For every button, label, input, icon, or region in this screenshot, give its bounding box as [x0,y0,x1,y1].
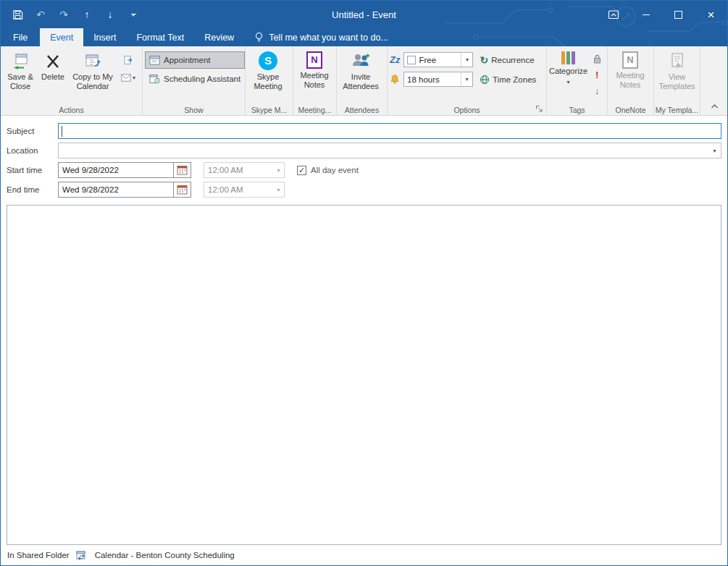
start-date-wrap [58,162,191,178]
message-options-button[interactable]: ▾ [119,70,138,85]
previous-item-icon: ↑ [85,9,90,20]
tab-insert[interactable]: Insert [83,28,126,46]
ribbon-display-options-button[interactable] [597,1,629,28]
redo-button[interactable]: ↷ [57,6,70,23]
group-label-tags: Tags [547,106,607,114]
recurrence-button[interactable]: ↻ Recurrence [477,52,537,68]
show-as-icon: Zz [390,54,400,65]
next-item-icon: ↓ [108,9,113,20]
location-input[interactable] [59,143,708,158]
group-label-show: Show [143,106,245,114]
end-time-combo[interactable]: 12:00 AM ▾ [204,182,285,198]
ribbon-group-attendees: Invite Attendees Attendees [337,46,388,115]
tab-event[interactable]: Event [40,28,83,46]
dropdown-icon: ▾ [273,182,284,197]
lightbulb-icon [254,32,264,43]
minimize-icon [643,14,650,15]
calendar-picker-icon [177,185,188,195]
copy-to-my-calendar-button[interactable]: Copy to My Calendar [68,48,117,101]
appointment-toggle[interactable]: Appointment [145,51,245,69]
private-button[interactable] [589,51,605,66]
end-date-picker-button[interactable] [174,182,191,198]
close-icon: × [708,9,715,21]
onenote-meeting-notes-button[interactable]: N Meeting Notes [610,48,650,101]
next-item-button[interactable]: ↓ [104,6,117,23]
forward-icon [123,55,133,65]
dropdown-icon[interactable]: ▾ [461,72,472,86]
all-day-checkbox[interactable]: ✓ [297,166,306,175]
meeting-notes-button[interactable]: N Meeting Notes [296,48,333,101]
location-field-wrap: ▾ [58,143,721,159]
location-dropdown-icon[interactable]: ▾ [708,143,721,158]
group-label-onenote: OneNote [608,106,653,114]
location-row: Location ▾ [7,143,721,159]
low-importance-button[interactable]: ↓ [589,83,605,98]
collapse-ribbon-button[interactable] [708,101,720,111]
end-time-value: 12:00 AM [208,185,243,194]
previous-item-button[interactable]: ↑ [80,6,93,23]
customize-qat-button[interactable]: ▾ [127,6,140,23]
copy-to-calendar-icon [83,51,102,70]
high-importance-button[interactable]: ! [589,67,605,82]
start-time-label: Start time [7,166,58,174]
invite-attendees-button[interactable]: Invite Attendees [339,48,382,101]
actions-small-buttons: ▾ [119,48,138,85]
appointment-icon [149,55,160,65]
scheduling-assistant-button[interactable]: Scheduling Assistant [145,70,245,88]
group-label-skype: Skype M... [246,106,293,114]
start-time-row: Start time 12:00 AM ▾ ✓ All day event [7,162,721,178]
dropdown-icon[interactable]: ▾ [461,53,472,67]
dropdown-icon: ▾ [133,75,135,81]
save-button[interactable] [11,6,24,23]
maximize-button[interactable] [662,1,695,28]
time-zones-button[interactable]: Time Zones [477,72,539,88]
tab-file[interactable]: File [1,28,40,46]
redo-icon: ↷ [59,9,68,20]
group-label-my-templates: My Templa... [654,106,700,114]
folder-name: Calendar - Benton County Scheduling [95,551,235,559]
tab-review[interactable]: Review [194,28,244,46]
ribbon-tabs: File Event Insert Format Text Review Tel… [1,28,727,46]
view-templates-icon [669,51,685,70]
start-date-input[interactable] [58,162,174,178]
end-time-label: End time [7,185,58,194]
scheduling-assistant-icon [149,74,160,84]
delete-button[interactable]: Delete [38,48,68,101]
close-button[interactable]: × [695,1,727,28]
reminder-bell-icon [390,74,400,85]
window-chrome: ↶ ↷ ↑ ↓ ▾ Untitled - Event × [1,1,727,46]
quick-access-toolbar: ↶ ↷ ↑ ↓ ▾ [1,6,140,23]
end-date-input[interactable] [58,182,174,198]
invite-attendees-icon [351,51,371,70]
lock-icon [593,54,601,64]
ribbon: Save & Close Delete Copy to My Calendar [1,46,727,116]
all-day-label[interactable]: All day event [311,166,359,174]
group-label-meeting: Meeting... [293,106,336,114]
location-label: Location [7,146,58,155]
subject-input[interactable] [59,124,721,138]
maximize-icon [674,11,682,19]
reminder-combo[interactable]: 18 hours ▾ [403,72,473,87]
shared-folder-status: In Shared Folder [7,551,70,559]
start-time-combo[interactable]: 12:00 AM ▾ [204,162,285,178]
body-editor[interactable] [7,205,721,545]
categorize-button[interactable]: Categorize ▾ [549,48,587,101]
reminder-value: 18 hours [407,75,440,84]
ribbon-group-onenote: N Meeting Notes OneNote [608,46,654,115]
customize-qat-icon: ▾ [131,14,136,15]
event-form: Subject Location ▾ Start time [1,116,727,201]
dropdown-icon: ▾ [273,163,284,177]
free-status-swatch [407,56,416,64]
minimize-button[interactable] [629,1,662,28]
forward-button[interactable] [119,52,138,67]
tab-format-text[interactable]: Format Text [126,28,194,46]
view-templates-button[interactable]: View Templates [656,48,698,101]
save-and-close-button[interactable]: Save & Close [3,48,38,101]
start-date-picker-button[interactable] [174,162,191,178]
show-as-combo[interactable]: Free ▾ [403,52,473,67]
skype-meeting-button[interactable]: S Skype Meeting [248,48,288,101]
tell-me-box[interactable]: Tell me what you want to do... [254,28,388,46]
ribbon-group-my-templates: View Templates My Templa... [654,46,700,115]
undo-button[interactable]: ↶ [34,6,47,23]
all-day-group: ✓ All day event [297,166,359,175]
